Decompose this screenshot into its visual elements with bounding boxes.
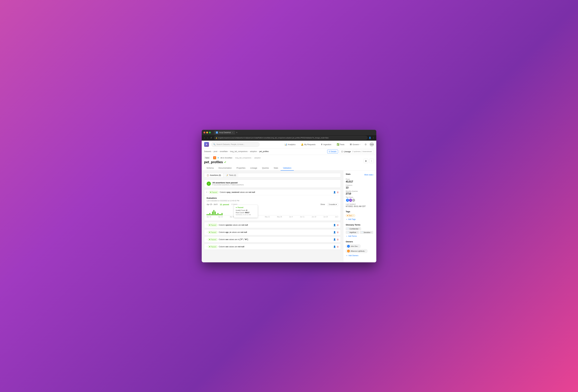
assertion-header-2[interactable]: › Passed Column species values are not n… — [204, 222, 341, 228]
stats-section: Stats More stats › Rows 43,517 Columns 1… — [346, 173, 374, 207]
assertion-header-5[interactable]: › Passed Column sex values are not null … — [204, 244, 341, 250]
breadcrumb-datasets[interactable]: Datasets — [204, 150, 211, 153]
owner-allianora-remove[interactable]: × — [365, 250, 366, 252]
plus-icon-tags: ＋ — [346, 218, 347, 221]
forward-button[interactable]: › — [207, 136, 209, 139]
path2-label[interactable]: adoption — [254, 157, 261, 159]
details-label: Details — [331, 150, 337, 153]
eval-title: Evaluations — [207, 197, 338, 199]
bar-7 — [215, 212, 216, 215]
glossary-confidential-remove[interactable]: × — [359, 228, 360, 229]
expand-arrow-5[interactable]: › — [206, 246, 206, 247]
assertion-row-3: › Passed Column age_m values are not nul… — [204, 229, 341, 235]
sub-tab-assertions[interactable]: 📋 Assertions (8) — [204, 173, 224, 177]
more-button[interactable]: ⋮ — [369, 159, 374, 163]
bar-4 — [211, 214, 212, 215]
sub-tab-tests[interactable]: 📝 Tests (4) — [224, 173, 239, 177]
tab-stats[interactable]: Stats — [271, 166, 281, 171]
assign-button-4[interactable]: 👤 — [333, 238, 336, 241]
expand-arrow-1[interactable]: ▼ — [206, 191, 208, 193]
nav-tests[interactable]: ✅ Tests — [336, 143, 346, 146]
menu-button[interactable]: ⋮ — [372, 136, 375, 139]
delete-button-5[interactable]: 🗑 — [337, 246, 339, 248]
passed-dot-4 — [209, 239, 210, 240]
assertion-header-3[interactable]: › Passed Column age_m values are not nul… — [204, 229, 341, 235]
bar-2 — [208, 214, 209, 215]
tab-schema[interactable]: Schema — [204, 166, 216, 171]
avatar[interactable]: Guest — [370, 142, 374, 146]
add-owners-button[interactable]: ＋ Add Owners — [346, 254, 374, 257]
tab-properties[interactable]: Properties — [234, 166, 248, 171]
assertion-header-1[interactable]: ▼ Passed Column spay_neutered values are… — [204, 189, 341, 195]
minimize-traffic-light[interactable] — [206, 131, 208, 133]
assign-button-2[interactable]: 👤 — [333, 224, 336, 226]
plus-icon-owners: ＋ — [346, 254, 348, 257]
settings-icon[interactable]: ⚙ — [365, 143, 367, 146]
breadcrumb-snowflake[interactable]: snowflake — [220, 150, 228, 153]
assertion-expanded-1: Evaluations Last evaluated on 5/22/2022 … — [204, 195, 341, 221]
assign-button-1[interactable]: 👤 — [333, 191, 336, 193]
tag-tier1-remove[interactable]: × — [353, 215, 354, 216]
expand-arrow-2[interactable]: › — [206, 224, 206, 226]
delete-button-1[interactable]: 🗑 — [337, 191, 339, 193]
delete-button-3[interactable]: 🗑 — [337, 231, 339, 233]
tab-validation[interactable]: Validation — [281, 166, 294, 171]
new-tab-button[interactable]: + — [236, 131, 238, 134]
copy-button[interactable]: 🗑 — [364, 159, 368, 163]
breadcrumb-longtail[interactable]: long_tail_companions — [230, 150, 248, 153]
tooltip-popup: ● Passed Invalid Count: 0 Row Count: 435… — [234, 205, 258, 218]
glossary-confidential-label: Confidential — [349, 228, 358, 230]
show-select[interactable]: 3 months ▾ — [327, 203, 338, 206]
nav-my-requests[interactable]: 🔔 My Requests — [300, 143, 317, 146]
tab-lineage[interactable]: Lineage — [248, 166, 259, 171]
browser-tab[interactable]: A Acryl DataHub × — [214, 131, 235, 134]
assertion-header-4[interactable]: › Passed Column sex values are in ["F"; … — [204, 237, 341, 242]
tooltip-header: ● Passed — [236, 206, 256, 209]
delete-button-2[interactable]: 🗑 — [337, 224, 339, 226]
add-terms-button[interactable]: ＋ Add Terms — [346, 235, 374, 238]
tab-documentation[interactable]: Documentation — [216, 166, 234, 171]
main-layout: 📋 Assertions (8) 📝 Tests (4) ✓ All asser… — [202, 171, 376, 262]
bar-8 — [216, 214, 217, 215]
close-traffic-light[interactable] — [203, 131, 205, 133]
lineage-label: Lineage — [344, 150, 351, 153]
nav-govern[interactable]: 🏛 Govern ▾ — [349, 143, 362, 146]
address-bar[interactable]: 🔒 longtailcompanions.acryl.io/dataset/ur… — [214, 136, 367, 140]
passed-badge-3: Passed — [208, 231, 218, 234]
nav-analytics[interactable]: 📊 Analytics — [283, 143, 297, 146]
assign-button-5[interactable]: 👤 — [333, 246, 336, 248]
passed-dot-2 — [209, 224, 210, 225]
more-stats-button[interactable]: More stats › — [364, 174, 374, 176]
back-button[interactable]: ‹ — [203, 136, 205, 139]
breadcrumb-current: pet_profiles — [259, 150, 269, 153]
path1-label[interactable]: long_tail_companions — [235, 157, 251, 159]
row-actions-2: 👤 🗑 — [333, 224, 339, 226]
doc-icon-1: 📄 — [347, 228, 349, 229]
expand-arrow-3[interactable]: › — [206, 231, 206, 233]
profile-button[interactable]: 👤 — [369, 136, 371, 139]
glossary-confidential: 📄 Confidential × — [346, 227, 361, 230]
tab-queries[interactable]: Queries — [260, 166, 271, 171]
assign-button-3[interactable]: 👤 — [333, 231, 336, 233]
add-tags-button[interactable]: ＋ Add Tags — [346, 218, 374, 221]
glossary-sensitive-remove[interactable]: × — [371, 231, 372, 233]
owner-john-remove[interactable]: × — [358, 245, 359, 247]
expand-arrow-4[interactable]: › — [206, 239, 206, 240]
glossary-highrisk-remove[interactable]: × — [357, 231, 358, 233]
details-button[interactable]: ℹ Details — [327, 150, 338, 153]
delete-button-4[interactable]: 🗑 — [337, 238, 339, 241]
breadcrumb-prod[interactable]: prod — [214, 150, 217, 153]
details-icon: ℹ — [329, 150, 330, 153]
x-label-12: Jul 2 — [335, 216, 338, 218]
maximize-traffic-light[interactable] — [209, 131, 211, 133]
search-bar[interactable]: 🔍 Search Datasets, People, & more... — [211, 142, 259, 147]
reload-button[interactable]: ↺ — [210, 136, 213, 139]
owner-allianora: A Allianora Lightbody × — [346, 249, 368, 253]
dataset-meta: Table • d ❄ dbt & Snowflake › long_tail_… — [204, 156, 261, 159]
eval-sub: Last evaluated on 5/22/2022 at 12:45:42 … — [207, 200, 338, 202]
tab-close-button[interactable]: × — [232, 131, 233, 133]
breadcrumb-adoption[interactable]: adoption — [250, 150, 257, 153]
nav-ingestion[interactable]: ⬇ Ingestion — [320, 143, 333, 146]
lineage-button[interactable]: ⬡ Lineage 2 upstream, 2 downstream — [339, 150, 374, 153]
passed-count: 12 passed — [220, 203, 229, 206]
